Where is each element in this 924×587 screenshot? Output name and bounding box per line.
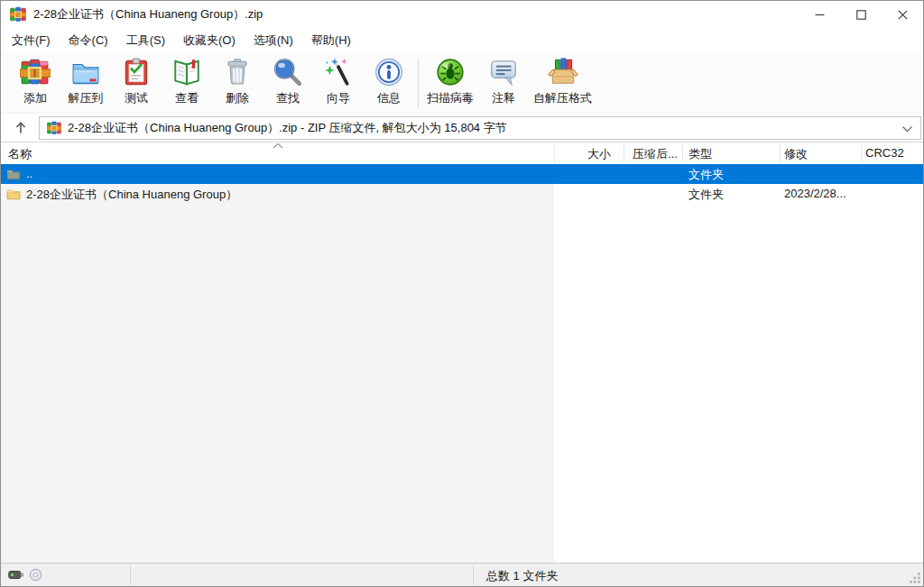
add-archive-icon xyxy=(20,57,51,87)
test-label: 测试 xyxy=(125,90,148,106)
folder-icon xyxy=(6,188,21,200)
menu-favorites[interactable]: 收藏夹(O) xyxy=(174,29,245,52)
file-modified: 2023/2/28... xyxy=(784,187,846,200)
find-magnifier-icon xyxy=(273,57,303,87)
file-list-header: 名称 大小 压缩后... 类型 修改 CRC32 xyxy=(1,142,923,164)
view-button[interactable]: 查看 xyxy=(162,55,212,111)
comment-label: 注释 xyxy=(492,90,515,106)
info-circle-icon xyxy=(374,57,404,87)
winrar-window: 2-28企业证书（China Huaneng Group）.zip 文件(F) … xyxy=(0,0,924,587)
test-button[interactable]: 测试 xyxy=(111,55,162,111)
address-bar-row: 2-28企业证书（China Huaneng Group）.zip - ZIP … xyxy=(1,114,923,142)
resize-grip[interactable] xyxy=(909,572,921,584)
file-name: .. xyxy=(26,167,32,180)
test-checklist-icon xyxy=(121,57,152,87)
close-button[interactable] xyxy=(882,1,923,28)
menu-commands[interactable]: 命令(C) xyxy=(60,29,117,52)
column-divider[interactable] xyxy=(780,144,781,162)
delete-button[interactable]: 删除 xyxy=(212,55,263,111)
close-icon xyxy=(898,10,908,20)
winrar-archive-icon xyxy=(47,121,61,135)
column-divider[interactable] xyxy=(682,144,683,162)
up-arrow-icon xyxy=(14,120,28,135)
column-divider[interactable] xyxy=(624,144,624,162)
maximize-button[interactable] xyxy=(840,1,882,28)
column-header-crc32[interactable]: CRC32 xyxy=(865,146,904,160)
sfx-button[interactable]: 自解压格式 xyxy=(529,55,596,111)
menu-bar: 文件(F) 命令(C) 工具(S) 收藏夹(O) 选项(N) 帮助(H) xyxy=(1,28,923,52)
file-row-parent-dir[interactable]: .. 文件夹 xyxy=(1,164,923,184)
sfx-box-icon xyxy=(548,57,578,87)
wizard-button[interactable]: 向导 xyxy=(313,55,364,111)
menu-help[interactable]: 帮助(H) xyxy=(302,29,360,52)
menu-options[interactable]: 选项(N) xyxy=(245,29,302,52)
wizard-label: 向导 xyxy=(327,90,350,106)
chevron-down-icon[interactable] xyxy=(901,125,913,133)
window-controls xyxy=(799,1,923,28)
status-bar: 总数 1 文件夹 xyxy=(1,563,923,586)
column-header-modified[interactable]: 修改 xyxy=(784,146,808,162)
winrar-archive-icon xyxy=(10,6,26,23)
scan-virus-label: 扫描病毒 xyxy=(427,90,474,106)
maximize-icon xyxy=(856,10,866,20)
toolbar-separator xyxy=(418,58,419,108)
extract-button[interactable]: 解压到 xyxy=(60,55,111,111)
minimize-icon xyxy=(815,10,825,20)
add-label: 添加 xyxy=(23,90,47,106)
file-row-folder[interactable]: 2-28企业证书（China Huaneng Group） 文件夹 2023/2… xyxy=(1,184,923,204)
up-folder-icon xyxy=(6,168,21,180)
up-one-level-button[interactable] xyxy=(6,116,35,139)
info-label: 信息 xyxy=(377,90,401,106)
sort-ascending-icon xyxy=(272,142,284,149)
find-button[interactable]: 查找 xyxy=(263,55,313,111)
column-divider[interactable] xyxy=(554,144,555,162)
view-book-icon xyxy=(171,57,202,87)
scan-virus-button[interactable]: 扫描病毒 xyxy=(422,55,478,111)
delete-label: 删除 xyxy=(226,90,249,106)
file-type: 文件夹 xyxy=(688,187,724,203)
column-header-type[interactable]: 类型 xyxy=(688,146,712,162)
menu-tools[interactable]: 工具(S) xyxy=(117,29,174,52)
info-button[interactable]: 信息 xyxy=(364,55,414,111)
find-label: 查找 xyxy=(276,90,300,106)
status-total-label: 总数 1 文件夹 xyxy=(486,568,558,584)
status-divider xyxy=(473,564,474,585)
delete-trash-icon xyxy=(222,57,253,87)
add-button[interactable]: 添加 xyxy=(10,55,60,111)
column-header-size[interactable]: 大小 xyxy=(554,146,617,162)
file-list: .. 文件夹 2-28企业证书（China Huaneng Group） 文件夹… xyxy=(1,164,923,563)
column-divider[interactable] xyxy=(861,144,862,162)
archive-path-text: 2-28企业证书（China Huaneng Group）.zip - ZIP … xyxy=(68,120,507,136)
title-bar: 2-28企业证书（China Huaneng Group）.zip xyxy=(1,1,923,28)
comment-bubble-icon xyxy=(488,57,519,87)
disc-icon[interactable] xyxy=(29,568,42,582)
wizard-wand-icon xyxy=(323,57,354,87)
extract-folder-icon xyxy=(70,57,101,87)
archive-path-combobox[interactable]: 2-28企业证书（China Huaneng Group）.zip - ZIP … xyxy=(39,116,921,140)
status-icons xyxy=(8,568,42,582)
sfx-label: 自解压格式 xyxy=(533,90,592,106)
view-label: 查看 xyxy=(175,90,199,106)
key-drive-icon[interactable] xyxy=(8,569,24,581)
status-divider xyxy=(130,564,131,585)
window-title: 2-28企业证书（China Huaneng Group）.zip xyxy=(33,6,263,23)
virus-scan-icon xyxy=(435,57,466,87)
column-header-packed[interactable]: 压缩后... xyxy=(633,146,678,162)
toolbar: 添加 解压到 测试 xyxy=(1,52,923,114)
column-header-name[interactable]: 名称 xyxy=(8,146,32,162)
comment-button[interactable]: 注释 xyxy=(478,55,529,111)
extract-label: 解压到 xyxy=(69,90,104,106)
menu-file[interactable]: 文件(F) xyxy=(3,29,60,52)
file-type: 文件夹 xyxy=(688,167,724,183)
file-name: 2-28企业证书（China Huaneng Group） xyxy=(26,187,237,203)
minimize-button[interactable] xyxy=(799,1,840,28)
